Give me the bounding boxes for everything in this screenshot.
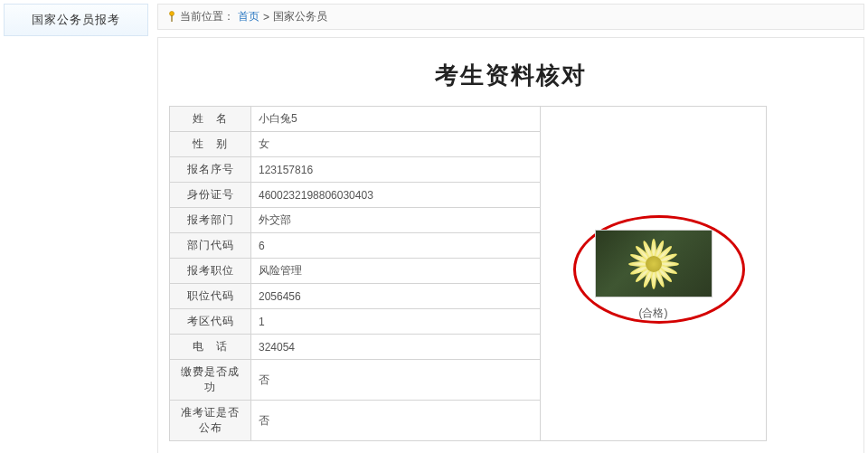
photo-cell: (合格)	[541, 107, 767, 441]
field-label: 报考部门	[170, 208, 251, 233]
svg-rect-1	[171, 15, 172, 22]
action-bar: 缴 费 打印准考证	[169, 441, 853, 453]
main: 当前位置： 首页 > 国家公务员 考生资料核对 姓 名 小白兔5	[157, 4, 864, 453]
field-label: 姓 名	[170, 107, 251, 132]
field-value: 2056456	[251, 284, 541, 309]
field-value: 1	[251, 309, 541, 335]
field-label: 职位代码	[170, 284, 251, 309]
breadcrumb-current: 国家公务员	[273, 9, 327, 24]
field-value: 外交部	[251, 208, 541, 233]
field-value: 女	[251, 132, 541, 157]
svg-point-0	[170, 11, 175, 15]
field-label: 缴费是否成功	[170, 360, 251, 401]
field-value: 否	[251, 360, 541, 401]
field-value: 否	[251, 401, 541, 441]
content-card: 考生资料核对 姓 名 小白兔5	[157, 37, 864, 453]
page-title: 考生资料核对	[169, 49, 853, 106]
breadcrumb-home-link[interactable]: 首页	[238, 9, 259, 24]
field-value: 123157816	[251, 157, 541, 183]
breadcrumb: 当前位置： 首页 > 国家公务员	[157, 4, 864, 30]
photo-status: (合格)	[595, 306, 712, 321]
flower-icon	[627, 237, 681, 291]
breadcrumb-separator: >	[263, 11, 269, 24]
field-value: 324054	[251, 335, 541, 360]
candidate-photo	[595, 230, 712, 297]
sidebar-item-label: 国家公务员报考	[32, 13, 120, 26]
field-value: 6	[251, 233, 541, 259]
breadcrumb-prefix: 当前位置：	[180, 9, 234, 24]
info-table: 姓 名 小白兔5	[169, 106, 767, 441]
field-label: 考区代码	[170, 309, 251, 335]
field-value: 小白兔5	[251, 107, 541, 132]
field-label: 部门代码	[170, 233, 251, 259]
field-label: 报考职位	[170, 259, 251, 284]
field-label: 报名序号	[170, 157, 251, 183]
table-row: 姓 名 小白兔5	[170, 107, 767, 132]
field-label: 准考证是否公布	[170, 401, 251, 441]
field-value: 4600232198806030403	[251, 183, 541, 208]
field-value: 风险管理	[251, 259, 541, 284]
sidebar: 国家公务员报考	[4, 4, 148, 453]
field-label: 电 话	[170, 335, 251, 360]
sidebar-item-exam-signup[interactable]: 国家公务员报考	[4, 4, 148, 36]
pin-icon	[167, 11, 176, 24]
field-label: 性 别	[170, 132, 251, 157]
field-label: 身份证号	[170, 183, 251, 208]
